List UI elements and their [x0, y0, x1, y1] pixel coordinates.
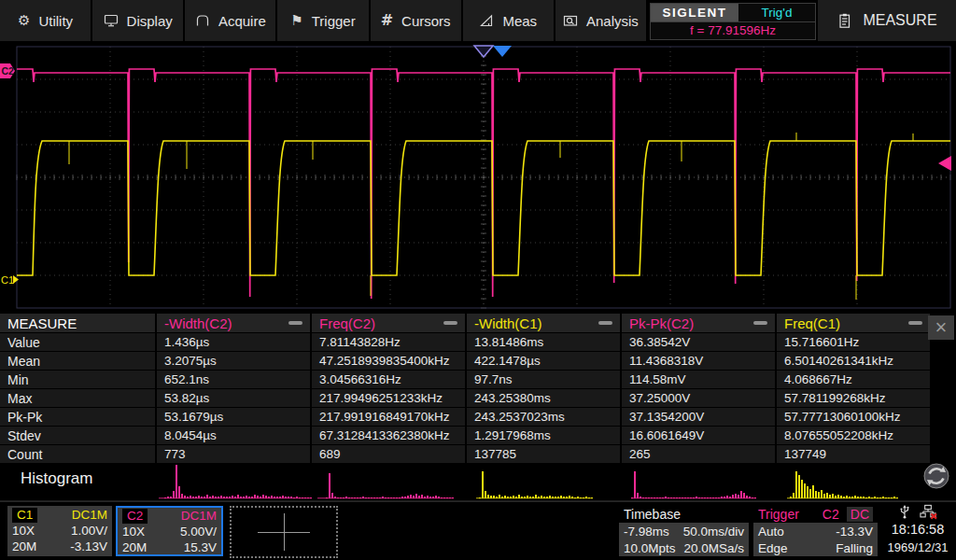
measure-cell: 8.07655052208kHz [777, 427, 930, 444]
measure-cell: 1.436µs [157, 333, 310, 351]
menu-analysis[interactable]: Analysis [555, 0, 646, 41]
measure-column-header[interactable]: Pk-Pk(C2) [622, 314, 775, 332]
measure-cell: 243.25380ms [467, 389, 620, 407]
measure-cell: 689 [312, 445, 465, 463]
histogram-refresh-icon[interactable] [921, 460, 952, 492]
collapse-column-button[interactable] [443, 321, 457, 325]
histogram-segment [159, 465, 312, 498]
measure-row-label: Max [0, 389, 155, 407]
collapse-column-button[interactable] [753, 321, 767, 325]
measure-cell: 8.0454µs [157, 427, 310, 444]
histogram-row: Histogram [0, 463, 956, 501]
measure-column-label: Freq(C1) [784, 315, 840, 331]
measure-cell: 217.99496251233kHz [312, 389, 465, 407]
lan-disconnected-icon [920, 504, 937, 520]
measure-column-header[interactable]: -Width(C2) [157, 314, 310, 332]
channel2-bandwidth: 20M [122, 540, 147, 554]
menu-display[interactable]: Display [92, 0, 183, 41]
measure-cell: 3.04566316Hz [312, 371, 465, 388]
menu-analysis-label: Analysis [586, 13, 639, 29]
measure-cell: 37.1354200V [622, 408, 775, 426]
menu-trigger[interactable]: ⚑ Trigger [277, 0, 368, 41]
display-icon [104, 13, 119, 28]
menu-utility[interactable]: ⚙ Utility [0, 0, 91, 41]
measure-cell: 11.4368318V [622, 352, 775, 370]
measure-row-label: Min [0, 371, 155, 388]
measure-cell: 137785 [467, 445, 620, 463]
trigger-coupling: DC [847, 507, 873, 522]
timebase-box[interactable]: Timebase -7.98ms 50.0ms/div 10.0Mpts 20.… [619, 505, 749, 557]
clock-time: 18:16:58 [881, 520, 954, 539]
trigger-status-box: SIGLENT Trig'd f = 77.91596Hz [650, 3, 816, 40]
waveform-display[interactable]: C2C1 [0, 43, 956, 314]
measure-cell: 773 [157, 445, 310, 463]
measure-cell: 53.82µs [157, 389, 310, 407]
channel2-scale: 5.00V/ [180, 525, 217, 539]
top-menu-bar: ⚙ Utility Display Acquire ⚑ Trigger [0, 0, 956, 43]
collapse-column-button[interactable] [908, 321, 922, 325]
channel2-attenuation: 10X [122, 525, 145, 539]
collapse-column-button[interactable] [598, 321, 612, 325]
trigger-level: -13.3V [836, 525, 873, 539]
trigger-type: Edge [758, 541, 788, 555]
measure-row-label: Stdev [0, 427, 155, 444]
measure-column-header[interactable]: Freq(C2) [312, 314, 465, 332]
measure-column-header[interactable]: -Width(C1) [467, 314, 620, 332]
clock-date: 1969/12/31 [881, 539, 954, 556]
trigger-box[interactable]: Trigger C2 DC Auto -13.3V Edge Falling [753, 505, 878, 557]
trigger-title: Trigger [758, 507, 799, 522]
menu-cursors[interactable]: # Cursors [371, 0, 461, 41]
measure-cell: 4.068667Hz [777, 371, 930, 388]
trigger-source: C2 [818, 507, 844, 522]
timebase-memory: 10.0Mpts [624, 541, 676, 555]
measure-panel-header[interactable]: MEASURE [818, 0, 956, 41]
channel1-scale: 1.00V/ [71, 524, 107, 538]
measure-cell: 97.7ns [467, 371, 620, 388]
oscilloscope-screen: ⚙ Utility Display Acquire ⚑ Trigger [0, 0, 956, 560]
measure-cell: 47.2518939835400kHz [312, 352, 465, 370]
measure-cell: 53.1679µs [157, 408, 310, 426]
timebase-scale: 50.0ms/div [683, 525, 744, 539]
measure-cell: 13.81486ms [467, 333, 620, 351]
add-channel-box[interactable] [230, 506, 338, 558]
channel1-attenuation: 10X [12, 524, 35, 538]
measure-cell: 36.38542V [622, 333, 775, 351]
histogram-segment [317, 473, 454, 498]
acquire-icon [195, 13, 210, 28]
measure-cell: 15.716601Hz [777, 333, 930, 351]
measure-cell: 3.2075µs [157, 352, 310, 370]
measure-column-header[interactable]: Freq(C1) [777, 314, 930, 332]
measure-row-label: Pk-Pk [0, 408, 155, 426]
menu-meas[interactable]: Meas [463, 0, 554, 41]
status-area: 18:16:58 1969/12/31 [881, 504, 954, 556]
timebase-delay: -7.98ms [624, 525, 669, 539]
measure-row-label: Value [0, 333, 155, 351]
measure-cell: 137749 [777, 445, 930, 463]
plus-icon [284, 513, 285, 551]
menu-acquire[interactable]: Acquire [185, 0, 275, 41]
channel1-label: C1 [12, 508, 37, 523]
close-measure-button[interactable]: × [928, 315, 954, 340]
main-menu: ⚙ Utility Display Acquire ⚑ Trigger [0, 0, 646, 41]
menu-display-label: Display [127, 13, 173, 29]
histogram-plot [0, 465, 956, 500]
collapse-column-button[interactable] [288, 321, 302, 325]
channel1-offset: -3.13V [70, 539, 107, 553]
measure-cell: 7.81143828Hz [312, 333, 465, 351]
cursors-grid-icon: # [381, 13, 393, 28]
measure-cell: 114.58mV [622, 371, 775, 388]
gear-icon: ⚙ [18, 14, 30, 28]
timebase-samplerate: 20.0MSa/s [683, 541, 744, 555]
channel1-box[interactable]: C1 DC1M 10X 1.00V/ 20M -3.13V [7, 506, 112, 556]
measure-cell: 57.781199268kHz [777, 389, 930, 407]
measure-column-label: Pk-Pk(C2) [629, 315, 694, 331]
measure-row-label: Count [0, 445, 155, 463]
measure-panel-title: MEASURE [863, 12, 936, 29]
channel2-coupling: DC1M [181, 509, 217, 523]
meas-ruler-icon [479, 13, 494, 28]
c1-level-badge[interactable]: C1 [1, 274, 14, 286]
channel2-box[interactable]: C2 DC1M 10X 5.00V/ 20M 15.3V [116, 506, 223, 556]
measure-cell: 67.3128413362380kHz [312, 427, 465, 444]
channel1-bandwidth: 20M [12, 539, 36, 553]
measure-cell: 652.1ns [157, 371, 310, 388]
